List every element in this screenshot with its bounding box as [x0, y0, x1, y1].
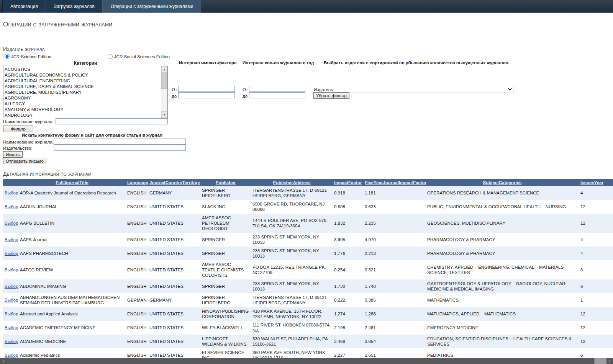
cell-full-journal-title: Abstract and Applied Analysis — [18, 307, 126, 321]
cell-full-journal-title: AAPG BULLETIN — [18, 214, 126, 233]
cell-language: ENGLISH — [126, 335, 148, 348]
impact-from-input[interactable] — [178, 86, 235, 92]
header-country: JournalCountryTerritory — [148, 179, 200, 186]
cell-subject-categories: GASTROENTEROLOGY & HEPATOLOGY RADIOLOGY,… — [426, 279, 579, 293]
impact-to-label: до — [172, 94, 177, 98]
publisher-select[interactable] — [333, 86, 513, 93]
select-row-link[interactable]: Выбор — [5, 353, 18, 357]
scroll-left-icon[interactable]: ◄ — [0, 358, 7, 364]
category-option[interactable]: ALLERGY — [3, 101, 161, 107]
table-row: Выбор ABHANDLUNGEN AUS DEM MATHEMATISCHE… — [3, 293, 613, 307]
table-row: Выбор AAPS PHARMSCITECH ENGLISH UNITED S… — [3, 246, 613, 260]
cell-five-year-impact: 2.213 — [363, 246, 426, 260]
scroll-right-icon[interactable]: ► — [606, 358, 613, 364]
select-row-link[interactable]: Выбор — [5, 268, 18, 272]
cell-publisher-address: 410 PARK AVENUE, 15TH FLOOR, #287 PMB, N… — [251, 307, 333, 321]
cell-select: Выбор — [3, 186, 18, 200]
impact-to-input[interactable] — [178, 92, 235, 98]
select-row-link[interactable]: Выбор — [5, 237, 18, 242]
category-option[interactable]: ANDROLOGY — [3, 113, 161, 118]
cell-country: UNITED STATES — [148, 214, 200, 233]
sort-full-journal-title-link[interactable]: FullJournalTitle — [56, 180, 88, 185]
filter-button[interactable]: Фильтр — [3, 126, 33, 132]
cell-language: ENGLISH — [126, 246, 148, 260]
journals-table: FullJournalTitle Language JournalCountry… — [3, 179, 613, 364]
cell-five-year-impact: 0.321 — [363, 260, 426, 279]
cell-publisher: SPRINGER — [200, 233, 251, 246]
category-option[interactable]: ACOUSTICS — [3, 67, 161, 72]
sort-language-link[interactable]: Language — [127, 180, 148, 185]
search-button[interactable]: Искать — [3, 151, 23, 158]
select-row-link[interactable]: Выбор — [5, 339, 18, 344]
category-option[interactable]: AGRICULTURAL ENGINEERING — [3, 78, 161, 84]
radio-jcr-science[interactable]: JCR Science Edition — [5, 54, 51, 59]
scrollbar-thumb[interactable] — [161, 73, 167, 89]
cell-issues-year: 1 — [579, 293, 613, 307]
sort-impact-factor-link[interactable]: ImpactFactor — [334, 180, 362, 185]
publisher-label: Издатель — [314, 87, 333, 92]
send-letter-button[interactable]: Отправить письмо — [3, 158, 46, 164]
select-row-link[interactable]: Выбор — [5, 251, 18, 256]
scroll-up-icon[interactable]: ▲ — [161, 66, 167, 73]
contact-journal-name-label: Наименование журнала: — [3, 140, 54, 144]
cell-full-journal-title: ABDOMINAL IMAGING — [18, 279, 126, 293]
select-row-link[interactable]: Выбор — [5, 298, 18, 302]
issues-to-input[interactable] — [249, 92, 305, 98]
categories-scrollbar[interactable]: ▲ ▼ — [161, 66, 167, 118]
tab-operations-journals[interactable]: Операции с загруженными журналами — [103, 0, 202, 13]
cell-impact-factor: 1.832 — [333, 214, 363, 233]
cell-country: UNITED STATES — [148, 335, 200, 348]
category-option[interactable]: AGRICULTURAL ECONOMICS & POLICY — [3, 72, 161, 78]
header-five-year-impact: FiveYearJournalImpactFactor — [363, 179, 426, 186]
select-row-link[interactable]: Выбор — [5, 312, 18, 316]
select-row-link[interactable]: Выбор — [5, 221, 18, 225]
table-heading: Детальная информация по журналам — [3, 171, 92, 177]
tab-authorization[interactable]: Авторизация — [2, 0, 46, 13]
radio-jcr-social[interactable]: JCR Social Sciences Edition — [108, 54, 170, 59]
issues-to-label: до — [243, 94, 247, 98]
header-subject-categories: SubjectCategories — [426, 179, 579, 186]
select-row-link[interactable]: Выбор — [5, 204, 18, 209]
cell-issues-year: 4 — [579, 233, 613, 246]
sort-publisher-address-link[interactable]: PublisherAddress — [273, 180, 310, 185]
scrollbar-track[interactable] — [161, 89, 167, 111]
cell-full-journal-title: AAPS Journal — [18, 233, 126, 246]
remove-filter-button[interactable]: Убрать фильтр — [313, 92, 349, 99]
radio-jcr-social-input[interactable] — [108, 54, 113, 59]
category-option[interactable]: AGRICULTURE, DAIRY & ANIMAL SCIENCE — [3, 84, 161, 90]
radio-jcr-science-input[interactable] — [5, 54, 10, 59]
cell-five-year-impact: 4.970 — [363, 233, 426, 246]
horizontal-scrollbar[interactable]: ◄ ► — [0, 358, 613, 364]
select-row-link[interactable]: Выбор — [5, 325, 18, 330]
category-option[interactable]: AGRONOMY — [3, 95, 161, 101]
cell-language: ENGLISH — [126, 233, 148, 246]
hscroll-thumb[interactable] — [0, 358, 595, 364]
cell-publisher-address: TIERGARTENSTRASSE 17, D-69121 HEIDELBERG… — [251, 293, 333, 307]
tab-upload-journals[interactable]: Загрузка журналов — [46, 0, 103, 13]
journal-name-input[interactable] — [56, 118, 168, 124]
header-publisher: Publisher — [200, 179, 251, 186]
category-option[interactable]: ANATOMY & MORPHOLOGY — [3, 107, 161, 113]
categories-listbox[interactable]: ACOUSTICSAGRICULTURAL ECONOMICS & POLICY… — [3, 66, 168, 118]
cell-country: UNITED STATES — [148, 200, 200, 214]
contact-journal-name-input[interactable] — [54, 139, 186, 145]
category-option[interactable]: AGRICULTURE, MULTIDISCIPLINARY — [3, 90, 161, 95]
sort-country-link[interactable]: JournalCountryTerritory — [149, 180, 200, 185]
sort-publisher-link[interactable]: Publisher — [216, 180, 236, 185]
scroll-down-icon[interactable]: ▼ — [161, 111, 167, 118]
issues-from-input[interactable] — [249, 86, 305, 92]
header-issues-year: IssuesYear — [579, 179, 613, 186]
cell-full-journal-title: 4OR-A Quarterly Journal of Operations Re… — [18, 186, 126, 200]
cell-publisher: AMER ASSOC TEXTILE CHEMISTS COLORISTS — [200, 260, 251, 279]
contact-publisher-input[interactable] — [54, 145, 186, 151]
sort-subject-categories-link[interactable]: SubjectCategories — [483, 180, 522, 185]
cell-select: Выбор — [3, 214, 18, 233]
table-row: Выбор AAOHN JOURNAL ENGLISH UNITED STATE… — [3, 200, 613, 214]
select-row-link[interactable]: Выбор — [5, 191, 18, 195]
cell-five-year-impact: 2.235 — [363, 214, 426, 233]
sort-issues-year-link[interactable]: IssuesYear — [580, 180, 603, 185]
sort-five-year-impact-link[interactable]: FiveYearJournalImpactFactor — [365, 180, 426, 185]
cell-five-year-impact: 0.623 — [363, 200, 426, 214]
select-row-link[interactable]: Выбор — [5, 284, 18, 289]
contact-search-heading: Искать контактную форму и сайт для отпра… — [22, 133, 162, 137]
